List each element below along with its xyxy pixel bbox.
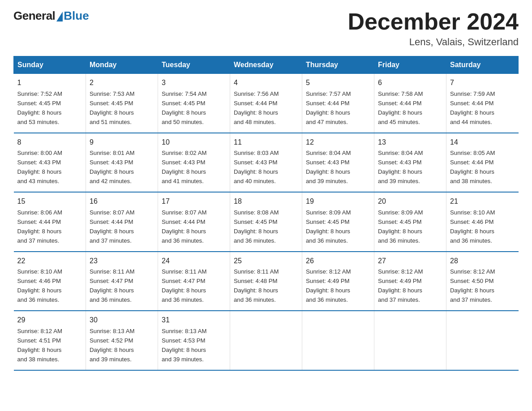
- col-sunday: Sunday: [14, 56, 86, 74]
- calendar-cell: 28Sunrise: 8:12 AMSunset: 4:50 PMDayligh…: [446, 252, 519, 311]
- day-number: 21: [450, 196, 515, 207]
- calendar-cell: 8Sunrise: 8:00 AMSunset: 4:43 PMDaylight…: [14, 133, 86, 192]
- day-info: Sunrise: 8:06 AMSunset: 4:44 PMDaylight:…: [17, 209, 62, 244]
- calendar-cell: 19Sunrise: 8:09 AMSunset: 4:45 PMDayligh…: [302, 192, 374, 251]
- calendar-week-2: 8Sunrise: 8:00 AMSunset: 4:43 PMDaylight…: [14, 133, 519, 192]
- day-number: 7: [450, 77, 515, 89]
- calendar-cell: 31Sunrise: 8:13 AMSunset: 4:53 PMDayligh…: [158, 311, 230, 370]
- calendar-cell: [302, 311, 374, 370]
- logo-blue-text: Blue: [64, 9, 89, 23]
- calendar-week-1: 1Sunrise: 7:52 AMSunset: 4:45 PMDaylight…: [14, 74, 519, 133]
- day-number: 30: [90, 315, 154, 326]
- day-number: 6: [378, 77, 442, 89]
- day-number: 26: [306, 256, 370, 267]
- day-number: 29: [17, 315, 82, 326]
- day-number: 25: [234, 256, 298, 267]
- day-info: Sunrise: 7:58 AMSunset: 4:44 PMDaylight:…: [378, 90, 423, 125]
- month-title: December 2024: [348, 9, 519, 34]
- day-number: 23: [90, 256, 154, 267]
- day-info: Sunrise: 8:04 AMSunset: 4:43 PMDaylight:…: [378, 150, 423, 184]
- calendar-week-4: 22Sunrise: 8:10 AMSunset: 4:46 PMDayligh…: [14, 252, 519, 311]
- day-info: Sunrise: 7:59 AMSunset: 4:44 PMDaylight:…: [450, 90, 495, 125]
- day-number: 4: [234, 77, 298, 89]
- day-number: 1: [17, 77, 82, 89]
- day-number: 17: [162, 196, 226, 207]
- col-monday: Monday: [86, 56, 158, 74]
- col-wednesday: Wednesday: [230, 56, 302, 74]
- calendar-cell: 27Sunrise: 8:12 AMSunset: 4:49 PMDayligh…: [374, 252, 446, 311]
- day-info: Sunrise: 8:00 AMSunset: 4:43 PMDaylight:…: [17, 150, 62, 184]
- calendar-cell: 11Sunrise: 8:03 AMSunset: 4:43 PMDayligh…: [230, 133, 302, 192]
- day-info: Sunrise: 8:05 AMSunset: 4:44 PMDaylight:…: [450, 150, 495, 184]
- calendar-week-5: 29Sunrise: 8:12 AMSunset: 4:51 PMDayligh…: [14, 311, 519, 370]
- calendar-cell: 22Sunrise: 8:10 AMSunset: 4:46 PMDayligh…: [14, 252, 86, 311]
- calendar-cell: 15Sunrise: 8:06 AMSunset: 4:44 PMDayligh…: [14, 192, 86, 251]
- day-info: Sunrise: 8:10 AMSunset: 4:46 PMDaylight:…: [17, 268, 62, 303]
- day-info: Sunrise: 8:08 AMSunset: 4:45 PMDaylight:…: [234, 209, 279, 244]
- col-saturday: Saturday: [446, 56, 519, 74]
- calendar-table: Sunday Monday Tuesday Wednesday Thursday…: [13, 56, 519, 370]
- day-number: 10: [162, 137, 226, 148]
- calendar-cell: [374, 311, 446, 370]
- day-info: Sunrise: 8:12 AMSunset: 4:49 PMDaylight:…: [378, 268, 423, 303]
- calendar-cell: 20Sunrise: 8:09 AMSunset: 4:45 PMDayligh…: [374, 192, 446, 251]
- calendar-cell: 14Sunrise: 8:05 AMSunset: 4:44 PMDayligh…: [446, 133, 519, 192]
- day-number: 15: [17, 196, 82, 207]
- calendar-cell: 23Sunrise: 8:11 AMSunset: 4:47 PMDayligh…: [86, 252, 158, 311]
- day-number: 18: [234, 196, 298, 207]
- calendar-cell: 30Sunrise: 8:13 AMSunset: 4:52 PMDayligh…: [86, 311, 158, 370]
- day-number: 19: [306, 196, 370, 207]
- logo-general-text: General: [13, 9, 55, 23]
- calendar-cell: 7Sunrise: 7:59 AMSunset: 4:44 PMDaylight…: [446, 74, 519, 133]
- calendar-body: 1Sunrise: 7:52 AMSunset: 4:45 PMDaylight…: [14, 74, 519, 370]
- day-number: 9: [90, 137, 154, 148]
- day-info: Sunrise: 8:11 AMSunset: 4:47 PMDaylight:…: [162, 268, 206, 303]
- day-info: Sunrise: 8:03 AMSunset: 4:43 PMDaylight:…: [234, 150, 279, 184]
- calendar-cell: 9Sunrise: 8:01 AMSunset: 4:43 PMDaylight…: [86, 133, 158, 192]
- day-number: 5: [306, 77, 370, 89]
- col-friday: Friday: [374, 56, 446, 74]
- title-block: December 2024 Lens, Valais, Switzerland: [348, 9, 519, 48]
- calendar-cell: 24Sunrise: 8:11 AMSunset: 4:47 PMDayligh…: [158, 252, 230, 311]
- col-tuesday: Tuesday: [158, 56, 230, 74]
- calendar-cell: 16Sunrise: 8:07 AMSunset: 4:44 PMDayligh…: [86, 192, 158, 251]
- calendar-header: Sunday Monday Tuesday Wednesday Thursday…: [14, 56, 519, 74]
- calendar-cell: 1Sunrise: 7:52 AMSunset: 4:45 PMDaylight…: [14, 74, 86, 133]
- day-info: Sunrise: 7:57 AMSunset: 4:44 PMDaylight:…: [306, 90, 351, 125]
- calendar-week-3: 15Sunrise: 8:06 AMSunset: 4:44 PMDayligh…: [14, 192, 519, 251]
- page-header: General Blue December 2024 Lens, Valais,…: [13, 9, 519, 48]
- day-number: 24: [162, 256, 226, 267]
- day-info: Sunrise: 8:12 AMSunset: 4:50 PMDaylight:…: [450, 268, 495, 303]
- calendar-cell: 5Sunrise: 7:57 AMSunset: 4:44 PMDaylight…: [302, 74, 374, 133]
- day-number: 2: [90, 77, 154, 89]
- day-info: Sunrise: 8:10 AMSunset: 4:46 PMDaylight:…: [450, 209, 495, 244]
- calendar-cell: 4Sunrise: 7:56 AMSunset: 4:44 PMDaylight…: [230, 74, 302, 133]
- day-info: Sunrise: 8:11 AMSunset: 4:47 PMDaylight:…: [90, 268, 134, 303]
- day-info: Sunrise: 8:12 AMSunset: 4:49 PMDaylight:…: [306, 268, 351, 303]
- day-number: 12: [306, 137, 370, 148]
- day-info: Sunrise: 8:07 AMSunset: 4:44 PMDaylight:…: [90, 209, 134, 244]
- day-info: Sunrise: 8:09 AMSunset: 4:45 PMDaylight:…: [378, 209, 423, 244]
- logo: General Blue: [13, 9, 89, 23]
- day-number: 31: [162, 315, 226, 326]
- day-info: Sunrise: 8:07 AMSunset: 4:44 PMDaylight:…: [162, 209, 206, 244]
- day-number: 28: [450, 256, 515, 267]
- calendar-cell: 18Sunrise: 8:08 AMSunset: 4:45 PMDayligh…: [230, 192, 302, 251]
- day-info: Sunrise: 8:13 AMSunset: 4:52 PMDaylight:…: [90, 328, 134, 363]
- day-number: 20: [378, 196, 442, 207]
- day-number: 27: [378, 256, 442, 267]
- day-info: Sunrise: 8:04 AMSunset: 4:43 PMDaylight:…: [306, 150, 351, 184]
- calendar-cell: 29Sunrise: 8:12 AMSunset: 4:51 PMDayligh…: [14, 311, 86, 370]
- day-number: 11: [234, 137, 298, 148]
- calendar-cell: 12Sunrise: 8:04 AMSunset: 4:43 PMDayligh…: [302, 133, 374, 192]
- day-info: Sunrise: 8:13 AMSunset: 4:53 PMDaylight:…: [162, 328, 206, 363]
- calendar-cell: 21Sunrise: 8:10 AMSunset: 4:46 PMDayligh…: [446, 192, 519, 251]
- day-number: 3: [162, 77, 226, 89]
- calendar-cell: 17Sunrise: 8:07 AMSunset: 4:44 PMDayligh…: [158, 192, 230, 251]
- calendar-cell: 3Sunrise: 7:54 AMSunset: 4:45 PMDaylight…: [158, 74, 230, 133]
- calendar-cell: 6Sunrise: 7:58 AMSunset: 4:44 PMDaylight…: [374, 74, 446, 133]
- day-number: 22: [17, 256, 82, 267]
- day-info: Sunrise: 8:09 AMSunset: 4:45 PMDaylight:…: [306, 209, 351, 244]
- day-number: 14: [450, 137, 515, 148]
- day-info: Sunrise: 8:12 AMSunset: 4:51 PMDaylight:…: [17, 328, 62, 363]
